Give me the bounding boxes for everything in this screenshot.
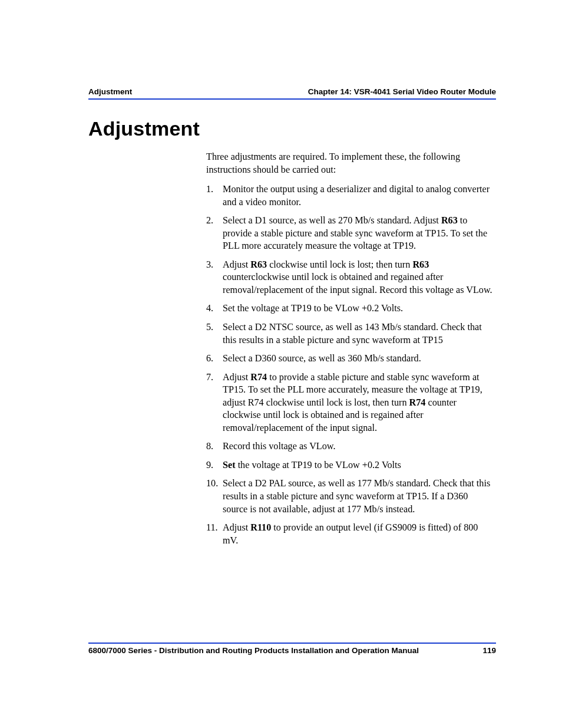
- step-2: Select a D1 source, as well as 270 Mb/s …: [206, 215, 495, 253]
- step-3-part-2: R63: [250, 259, 267, 270]
- running-header-left: Adjustment: [88, 87, 132, 96]
- step-7: Adjust R74 to provide a stable picture a…: [206, 371, 495, 435]
- step-9: Set the voltage at TP19 to be VLow +0.2 …: [206, 459, 495, 472]
- step-4: Set the voltage at TP19 to be VLow +0.2 …: [206, 302, 495, 315]
- running-header: Adjustment Chapter 14: VSR-4041 Serial V…: [88, 87, 496, 100]
- intro-paragraph: Three adjustments are required. To imple…: [206, 151, 495, 176]
- step-6-part-1: Select a D360 source, as well as 360 Mb/…: [223, 353, 421, 364]
- step-2-part-1: Select a D1 source, as well as 270 Mb/s …: [223, 215, 441, 226]
- step-3-part-4: R63: [412, 259, 429, 270]
- step-3-part-5: counterclockwise until lock is obtained …: [223, 272, 492, 295]
- step-3-part-3: clockwise until lock is lost; then turn: [267, 259, 412, 270]
- step-1-part-1: Monitor the output using a deserializer …: [223, 184, 490, 207]
- step-9-part-1: Set: [223, 460, 236, 470]
- step-2-part-2: R63: [441, 215, 458, 226]
- steps-list: Monitor the output using a deserializer …: [206, 183, 495, 547]
- page: Adjustment Chapter 14: VSR-4041 Serial V…: [0, 0, 562, 728]
- step-7-part-1: Adjust: [223, 372, 250, 383]
- running-footer: 6800/7000 Series - Distribution and Rout…: [88, 643, 496, 655]
- step-6: Select a D360 source, as well as 360 Mb/…: [206, 353, 495, 365]
- step-11-part-2: R110: [250, 522, 271, 533]
- step-11-part-1: Adjust: [223, 522, 250, 533]
- step-9-part-2: the voltage at TP19 to be VLow +0.2 Volt…: [236, 460, 401, 470]
- step-3: Adjust R63 clockwise until lock is lost;…: [206, 259, 495, 297]
- step-10-part-1: Select a D2 PAL source, as well as 177 M…: [223, 478, 490, 514]
- running-header-right: Chapter 14: VSR-4041 Serial Video Router…: [308, 87, 496, 96]
- step-8: Record this voltage as VLow.: [206, 440, 495, 453]
- step-11: Adjust R110 to provide an output level (…: [206, 522, 495, 547]
- step-4-part-1: Set the voltage at TP19 to be VLow +0.2 …: [223, 303, 403, 314]
- step-7-part-2: R74: [250, 372, 267, 383]
- step-10: Select a D2 PAL source, as well as 177 M…: [206, 477, 495, 516]
- section-title: Adjustment: [88, 117, 496, 140]
- step-3-part-1: Adjust: [223, 259, 250, 270]
- step-5-part-1: Select a D2 NTSC source, as well as 143 …: [223, 322, 482, 345]
- footer-page-number: 119: [482, 646, 496, 655]
- body-column: Three adjustments are required. To imple…: [206, 151, 495, 547]
- step-8-part-1: Record this voltage as VLow.: [223, 441, 336, 452]
- step-5: Select a D2 NTSC source, as well as 143 …: [206, 321, 495, 347]
- step-1: Monitor the output using a deserializer …: [206, 183, 495, 209]
- footer-left: 6800/7000 Series - Distribution and Rout…: [88, 646, 419, 655]
- step-7-part-4: R74: [409, 397, 426, 408]
